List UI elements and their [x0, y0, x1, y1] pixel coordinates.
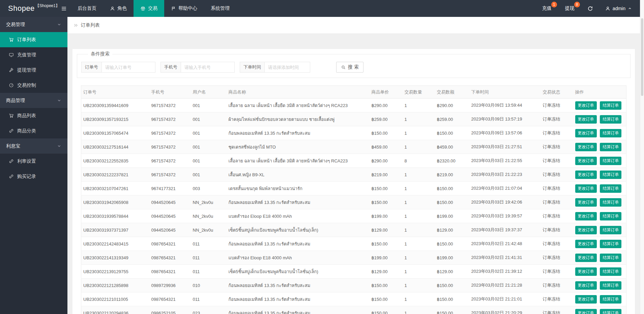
cell-amount: ฿150.00 [435, 195, 469, 209]
settle-order-button[interactable]: 结算订单 [600, 212, 621, 220]
edit-order-button[interactable]: 更改订单 [575, 184, 597, 193]
scrollbar-thumb[interactable] [641, 18, 643, 96]
user-menu[interactable]: admin [599, 0, 640, 17]
sidebar-item-product-category[interactable]: 商品分类 [0, 123, 67, 138]
cell-username: 011 [191, 237, 227, 251]
cell-unit-price: ฿129.00 [370, 265, 403, 279]
cell-order-no: UB2303031942065908 [81, 195, 149, 209]
cell-username: 011 [191, 292, 227, 306]
settle-order-button[interactable]: 结算订单 [600, 171, 621, 179]
cell-actions: 更改订单 结算订单 [573, 223, 626, 237]
sidebar-item-recharge-management[interactable]: 充值管理 [0, 47, 67, 62]
settle-order-button[interactable]: 结算订单 [600, 295, 621, 304]
table-row: UB2303032107047261 9674177321 003 เดรสสั… [81, 182, 626, 195]
link-icon [9, 174, 14, 179]
edit-order-button[interactable]: 更改订单 [575, 254, 597, 262]
cell-phone: 0986252105 [149, 306, 191, 314]
table-row: UB2303032127516144 9671574372 001 ชุดเดร… [81, 140, 626, 154]
link-icon [9, 128, 14, 133]
edit-order-button[interactable]: 更改订单 [575, 198, 597, 207]
edit-order-button[interactable]: 更改订单 [575, 267, 597, 276]
sidebar-section-product-management[interactable]: 商品管理 [0, 93, 67, 108]
cell-product-name: เสื้อนศ.หญิง B9-XL [227, 168, 370, 182]
edit-order-button[interactable]: 更改订单 [575, 143, 597, 151]
content-area: 条件搜索 订单号 手机号 下单时间 [67, 34, 640, 314]
sidebar-item-purchase-records[interactable]: 购买记录 [0, 169, 67, 184]
cell-status: 订单冻结 [541, 251, 573, 265]
cell-actions: 更改订单 结算订单 [573, 265, 626, 279]
edit-order-button[interactable]: 更改订单 [575, 240, 597, 248]
cell-product-name: แบตสำรอง Eloop E18 4000 mAh [227, 251, 370, 265]
refresh-button[interactable] [581, 0, 599, 17]
settle-order-button[interactable]: 结算订单 [600, 267, 621, 276]
sidebar-item-label: 交易控制 [17, 82, 36, 88]
edit-order-button[interactable]: 更改订单 [575, 101, 597, 110]
nav-item-dashboard[interactable]: 后台首页 [71, 0, 103, 17]
settle-order-button[interactable]: 结算订单 [600, 281, 621, 290]
cell-order-time: 2023年03月03日 21:07:04 [469, 182, 541, 195]
sidebar-item-product-list[interactable]: 商品列表 [0, 108, 67, 123]
sidebar-toggle-button[interactable] [57, 0, 71, 17]
edit-order-button[interactable]: 更改订单 [575, 129, 597, 137]
order-no-input[interactable] [101, 62, 155, 73]
nav-item-help[interactable]: 帮助中心 [164, 0, 204, 17]
edit-order-button[interactable]: 更改订单 [575, 281, 597, 290]
sidebar-item-order-list[interactable]: 订单列表 [0, 32, 67, 47]
sidebar-section-trade-management[interactable]: 交易管理 [0, 17, 67, 32]
settle-order-button[interactable]: 结算订单 [600, 309, 621, 314]
settle-order-button[interactable]: 结算订单 [600, 157, 621, 165]
settle-order-button[interactable]: 结算订单 [600, 254, 621, 262]
sidebar-item-rate-settings[interactable]: 利率设置 [0, 154, 67, 169]
cell-order-time: 2023年03月02日 21:41:31 [469, 251, 541, 265]
cell-username: 011 [191, 265, 227, 279]
cell-amount: ฿150.00 [435, 182, 469, 195]
nav-item-system[interactable]: 系统管理 [204, 0, 236, 17]
cell-status: 订单冻结 [541, 182, 573, 195]
cell-order-time: 2023年03月09日 13:57:06 [469, 126, 541, 140]
cell-unit-price: ฿290.00 [370, 99, 403, 112]
cell-status: 订单冻结 [541, 126, 573, 140]
search-button-label: 搜 索 [348, 64, 359, 70]
cell-product-name: ชุดเดรสชีฟองลูกไม้ MTO [227, 140, 370, 154]
order-time-input[interactable] [264, 62, 310, 73]
edit-order-button[interactable]: 更改订单 [575, 171, 597, 179]
nav-item-roles[interactable]: 角色 [103, 0, 134, 17]
settle-order-button[interactable]: 结算订单 [600, 115, 621, 124]
cell-order-time: 2023年03月03日 19:37:37 [469, 223, 541, 237]
cell-actions: 更改订单 结算订单 [573, 99, 626, 112]
search-button[interactable]: 搜 索 [336, 62, 363, 73]
cell-status: 订单冻结 [541, 237, 573, 251]
nav-item-trade[interactable]: 交易 [134, 0, 164, 17]
edit-order-button[interactable]: 更改订单 [575, 309, 597, 314]
order-table: 订单号 手机号 用户名 商品名称 商品单价 交易数量 交易数额 下单时间 交易状… [81, 85, 626, 314]
sidebar-section-lixibao[interactable]: 利息宝 [0, 138, 67, 154]
cell-username: 011 [191, 251, 227, 265]
settle-order-button[interactable]: 结算订单 [600, 184, 621, 193]
cell-status: 订单冻结 [541, 279, 573, 292]
sidebar-item-withdraw-management[interactable]: 提现管理 [0, 62, 67, 78]
cell-order-no: UB2303032122237821 [81, 168, 149, 182]
settle-order-button[interactable]: 结算订单 [600, 143, 621, 151]
edit-order-button[interactable]: 更改订单 [575, 212, 597, 220]
settle-order-button[interactable]: 结算订单 [600, 198, 621, 207]
sidebar-item-trade-control[interactable]: 交易控制 [0, 78, 67, 93]
edit-order-button[interactable]: 更改订单 [575, 157, 597, 165]
settle-order-button[interactable]: 结算订单 [600, 101, 621, 110]
edit-order-button[interactable]: 更改订单 [575, 295, 597, 304]
settle-order-button[interactable]: 结算订单 [600, 226, 621, 234]
withdraw-notice-button[interactable]: 提现 8 [558, 0, 581, 17]
edit-order-button[interactable]: 更改订单 [575, 115, 597, 124]
cell-quantity: 1 [403, 279, 435, 292]
brand-logo: Shopee 【Shopee1】 [0, 0, 57, 17]
cell-actions: 更改订单 结算订单 [573, 251, 626, 265]
cell-product-name: เดรสสั้นแขนกุด พิมพ์ลายหน้าแมวน่ารัก [227, 182, 370, 195]
phone-input[interactable] [181, 62, 235, 73]
settle-order-button[interactable]: 结算订单 [600, 240, 621, 248]
edit-order-button[interactable]: 更改订单 [575, 226, 597, 234]
table-row: UB2303031942065908 0944520645 NN_2kv0u ก… [81, 195, 626, 209]
settle-order-button[interactable]: 结算订单 [600, 129, 621, 137]
page-scrollbar[interactable] [640, 0, 644, 314]
cell-actions: 更改订单 结算订单 [573, 154, 626, 168]
recharge-notice-button[interactable]: 充值 1 [535, 0, 558, 17]
cell-order-no: UB2303032127516144 [81, 140, 149, 154]
